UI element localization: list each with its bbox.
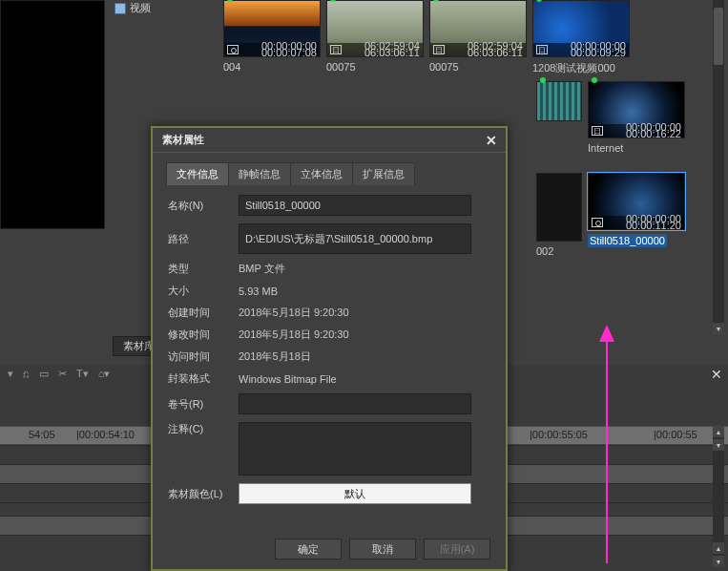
online-indicator-icon [592,77,597,83]
clip-1208[interactable]: 日 00:00:00:0000:00:09:29 1208测试视频000 [532,0,630,75]
tree-item-video[interactable]: 视频 [113,0,218,16]
dialog-title: 素材属性 [162,133,204,147]
clip-00075b[interactable]: 日 06:02:59:0406:03:06:11 00075 [429,0,527,75]
clip-label: 002 [536,245,582,257]
dialog-titlebar[interactable]: 素材属性 ✕ [153,128,506,153]
preview-monitor [0,0,105,229]
clip-thumbnail[interactable] [536,81,582,121]
online-indicator-icon [536,0,542,2]
dialog-tabs: 文件信息 静帧信息 立体信息 扩展信息 [166,162,496,185]
comment-input[interactable] [239,422,471,476]
day-icon: 日 [330,45,342,54]
clip-timecode: 06:02:59:0406:03:06:11 [364,43,420,56]
value-type: BMP 文件 [239,262,490,276]
label-accessed: 访问时间 [168,349,229,364]
scrollbar-thumb[interactable] [714,8,723,65]
thumb-infobar: 日 00:00:00:0000:00:09:29 [533,43,629,56]
reel-input[interactable] [239,393,471,414]
clip-thumbnail[interactable]: 00:00:00:0000:00:11:20 [588,173,685,230]
clip-color-button-label: 默认 [344,487,365,501]
value-size: 5.93 MB [239,286,490,297]
ruler-tick: |00:00:55 [654,429,697,440]
clip-label: Internet [588,142,685,154]
label-path: 路径 [168,232,229,246]
tab-ext-info[interactable]: 扩展信息 [352,162,415,185]
tool-home[interactable]: ⌂▾ [98,368,111,380]
thumb-infobar: 日 06:02:59:0406:03:06:11 [430,43,526,56]
value-modified: 2018年5月18日 9:20:30 [239,328,490,342]
scrollbar-down-button[interactable]: ▾ [713,556,724,567]
timeline-scrollbar[interactable]: ▴ ▾ ▴ ▾ [713,426,724,567]
tool-dropdown[interactable]: ▾ [8,368,13,380]
camera-icon [592,218,603,227]
scrollbar-up-button[interactable]: ▴ [713,426,724,437]
clip-thumbnail[interactable]: 00:00:00:0000:00:07:08 [223,0,321,57]
label-reel: 卷号(R) [168,397,229,412]
scrollbar-down-button[interactable]: ▾ [713,323,724,334]
clip-timecode: 00:00:00:0000:00:16:22 [626,124,681,137]
clip-002[interactable]: 002 [536,173,582,259]
tab-still-info[interactable]: 静帧信息 [228,162,291,185]
clip-color-button[interactable]: 默认 [239,483,471,504]
clip-thumbnail[interactable]: 日 00:00:00:0000:00:09:29 [532,0,630,57]
clip-timecode: 00:00:00:0000:00:11:20 [626,216,681,229]
label-size: 大小 [168,284,229,298]
label-container: 封装格式 [168,371,229,386]
path-input[interactable] [239,223,471,254]
day-icon: 日 [592,126,603,136]
clip-004[interactable]: 00:00:00:0000:00:07:08 004 [223,0,321,75]
day-icon: 日 [433,45,445,54]
clip-thumbnail[interactable]: 日 06:02:59:0406:03:06:11 [326,0,424,57]
label-created: 创建时间 [168,306,229,320]
clip-timecode: 06:02:59:0406:03:06:11 [468,43,523,56]
thumb-infobar: 00:00:00:0000:00:07:08 [224,43,320,56]
scrollbar-down-button[interactable]: ▾ [713,439,724,451]
ruler-tick: |00:00:55:05 [530,429,588,440]
name-input[interactable] [239,195,471,216]
camera-icon [227,45,239,54]
clip-thumbnail[interactable]: 日 00:00:00:0000:00:16:22 [588,81,685,138]
folder-icon [114,3,126,14]
clip-timecode: 00:00:00:0000:00:07:08 [261,43,317,56]
bin-scrollbar[interactable]: ▾ [713,0,724,334]
dialog-buttons: 确定 取消 应用(A) [275,539,490,560]
clip-label: 004 [223,61,321,73]
cancel-button[interactable]: 取消 [349,539,416,560]
clip-label: 1208测试视频000 [532,61,630,75]
online-indicator-icon [433,0,439,2]
tool-cut[interactable]: ✂ [58,368,67,380]
label-modified: 修改时间 [168,328,229,342]
dialog-body: 名称(N) 路径 类型 BMP 文件 大小 5.93 MB 创建时间 2018年… [153,185,506,514]
clip-label: 00075 [429,61,527,73]
online-indicator-icon [227,0,233,2]
online-indicator-icon [330,0,336,2]
clip-properties-dialog: 素材属性 ✕ 文件信息 静帧信息 立体信息 扩展信息 名称(N) 路径 类型 B… [151,126,508,571]
thumb-infobar: 日 00:00:00:0000:00:16:22 [589,124,684,137]
tool-title[interactable]: T▾ [76,368,89,380]
ok-button[interactable]: 确定 [275,539,342,560]
apply-button[interactable]: 应用(A) [424,539,490,560]
label-type: 类型 [168,262,229,276]
close-icon[interactable]: ✕ [483,133,500,148]
clip-label: 00075 [326,61,424,73]
value-container: Windows Bitmap File [239,373,490,385]
value-accessed: 2018年5月18日 [239,349,490,364]
label-comment: 注释(C) [168,422,229,436]
scrollbar-up-button[interactable]: ▴ [713,542,724,554]
clip-still0518[interactable]: 00:00:00:0000:00:11:20 Still0518_00000 [588,173,685,259]
clip-thumbnail[interactable] [536,173,582,242]
clip-internet[interactable]: 日 00:00:00:0000:00:16:22 Internet [588,81,685,167]
tool-undo[interactable]: ⎌ [23,368,30,379]
clip-thumbnail[interactable]: 日 06:02:59:0406:03:06:11 [429,0,527,57]
ruler-tick: 54:05 [29,429,55,440]
clip-waveform[interactable] [536,81,582,167]
value-created: 2018年5月18日 9:20:30 [239,306,490,320]
tab-file-info[interactable]: 文件信息 [166,162,229,185]
clip-timecode: 00:00:00:0000:00:09:29 [571,43,626,56]
online-indicator-icon [540,77,546,83]
day-icon: 日 [536,45,548,54]
tool-marker[interactable]: ▭ [39,368,49,380]
tab-stereo-info[interactable]: 立体信息 [290,162,353,185]
clip-00075a[interactable]: 日 06:02:59:0406:03:06:11 00075 [326,0,424,75]
timeline-close-icon[interactable]: ✕ [711,367,722,382]
